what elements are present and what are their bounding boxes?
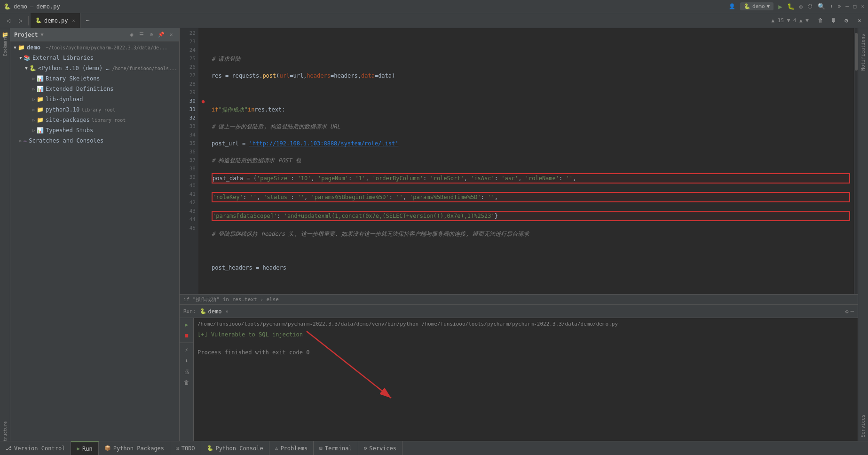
project-panel: Project ▼ ◉ ☰ ⚙ 📌 ✕ ▼ 📁 demo ~/tools/pyc… (10, 28, 180, 441)
debug-btn[interactable]: 🐛 (787, 3, 795, 10)
run-tab-close[interactable]: ✕ (225, 309, 228, 314)
py310-lib-icon: 📁 (37, 106, 44, 113)
toolbar-navigate-back[interactable]: ◁ (3, 15, 14, 26)
tab-close-btn[interactable]: ✕ (72, 18, 75, 23)
tree-arrow-scratches: ▷ (18, 138, 24, 144)
settings-gear-btn[interactable]: ⚙ (841, 15, 852, 26)
run-config-btn[interactable]: 🐍 demo ▼ (740, 2, 773, 10)
console-label: Python Console (216, 445, 263, 452)
window-btn-close[interactable]: ✕ (861, 3, 864, 9)
stop-btn[interactable]: ■ (182, 331, 191, 340)
run-tab-demo[interactable]: 🐍 demo ✕ (200, 308, 229, 315)
bottom-tab-services[interactable]: ⚙ Services (358, 441, 402, 455)
run-separator (180, 343, 193, 343)
toolbar-navigate-forward[interactable]: ▷ (15, 15, 26, 26)
tree-item-extended-defs[interactable]: ▷ 📊 Extended Definitions (10, 84, 179, 94)
panel-pin-btn[interactable]: 📌 (157, 31, 166, 39)
run-hide-btn[interactable]: ─ (851, 308, 854, 315)
window-btn-max[interactable]: □ (853, 3, 857, 9)
recent-files-btn[interactable]: ⋯ (82, 15, 94, 26)
run-blank-line (197, 339, 854, 348)
tree-item-site-packages[interactable]: ▷ 📁 site-packages library root (10, 115, 179, 125)
updates-btn[interactable]: ⬆ (830, 3, 833, 9)
panel-tools: ◉ ☰ ⚙ 📌 ✕ (127, 31, 175, 39)
run-filter-btn[interactable]: ⚡ (182, 345, 191, 355)
panel-locate-btn[interactable]: ◉ (127, 31, 136, 39)
bottom-tab-python-console[interactable]: 🐍 Python Console (201, 441, 269, 455)
run-exit-code: Process finished with exit code 0 (197, 348, 854, 357)
tree-arrow-ext-libs: ▼ (18, 55, 24, 61)
panel-options-btn[interactable]: ⚙ (147, 31, 156, 39)
gutter-icons: ● (198, 28, 208, 294)
editor-scrollbar[interactable] (854, 28, 858, 294)
run-tab-label: demo (208, 308, 222, 315)
toolbar-separator (28, 16, 29, 25)
tree-item-lib-dynload[interactable]: ▷ 📁 lib-dynload (10, 94, 179, 104)
panel-hide-btn[interactable]: ✕ (167, 31, 175, 39)
search-btn[interactable]: 🔍 (818, 3, 825, 10)
breadcrumb-text: if "操作成功" in res.text › else (183, 296, 279, 303)
run-tab-icon-bottom: ▶ (77, 446, 80, 452)
expand-all-btn[interactable]: ⤋ (828, 15, 839, 26)
scrollbar-thumb[interactable] (855, 33, 858, 71)
code-line-31: 'roleKey': '', 'status': '', 'params%5Bb… (212, 192, 850, 202)
run-print-btn[interactable]: 🖨 (182, 367, 191, 376)
py310-path-badge: /home/funsiooo/tools... (112, 66, 177, 71)
run-scroll-end-btn[interactable]: ⬇ (182, 356, 191, 366)
tree-item-external-libs[interactable]: ▼ 📚 External Libraries (10, 53, 179, 63)
problems-icon: ⚠ (275, 445, 278, 451)
tree-arrow-ext-defs: ▷ (31, 86, 37, 92)
bottom-tab-run[interactable]: ▶ Run (71, 441, 98, 455)
main-area: 📁 Bookmarks Structure Project ▼ ◉ ☰ ⚙ 📌 … (0, 28, 868, 441)
bottom-tab-problems[interactable]: ⚠ Problems (269, 441, 314, 455)
project-dropdown-arrow[interactable]: ▼ (41, 32, 44, 37)
bottom-tab-python-packages[interactable]: 📦 Python Packages (99, 441, 170, 455)
code-line-27: # 键上一步的登陆后, 构造登陆后的数据请求 URL (212, 122, 850, 131)
notifications-label[interactable]: Notifications (860, 30, 867, 74)
tree-item-python310[interactable]: ▼ 🐍 <Python 3.10 (demo) (2)> /home/funsi… (10, 63, 179, 73)
title-bar-right: 👤 🐍 demo ▼ ▶ 🐛 ◎ ⏱ 🔍 ⬆ ⚙ ─ □ ✕ (729, 2, 864, 10)
run-header-icon: Run: (183, 308, 196, 314)
services-label-right[interactable]: Services (860, 411, 867, 441)
tree-item-demo-root[interactable]: ▼ 📁 demo ~/tools/pycharm/pycharm-2022.3.… (10, 42, 179, 53)
tree-arrow-py310: ▼ (24, 65, 29, 71)
bottom-tab-bar: ⎇ Version Control ▶ Run 📦 Python Package… (0, 441, 868, 455)
panel-collapse-btn[interactable]: ☰ (137, 31, 146, 39)
code-line-36 (212, 280, 850, 289)
tree-arrow-demo: ▼ (12, 45, 18, 50)
structure-icon[interactable]: Structure (1, 429, 9, 437)
run-settings-btn[interactable]: ⚙ (845, 308, 849, 315)
tree-item-binary-skeletons[interactable]: ▷ 📊 Binary Skeletons (10, 73, 179, 84)
window-btn-min[interactable]: ─ (845, 3, 849, 9)
hide-panel-btn[interactable]: ✕ (854, 15, 865, 26)
project-panel-title: Project (14, 32, 38, 38)
code-line-33: # 登陆后继续保持 headers 头, 这一步很重要, 如果没有这一步就无法保… (212, 230, 850, 238)
tree-arrow-typeshed: ▷ (31, 128, 37, 133)
user-icon[interactable]: 👤 (729, 3, 735, 9)
run-clear-btn[interactable]: 🗑 (182, 378, 191, 387)
bottom-tab-version-control[interactable]: ⎇ Version Control (0, 441, 71, 455)
run-panel: Run: 🐍 demo ✕ ⚙ ─ ▶ ■ ⚡ (180, 304, 858, 441)
editor-tab-demo-py[interactable]: 🐍 demo.py ✕ (31, 13, 80, 28)
rerun-btn[interactable]: ▶ (182, 320, 191, 329)
tree-item-python310-lib[interactable]: ▷ 📁 python3.10 library root (10, 104, 179, 115)
profile-btn[interactable]: ⏱ (807, 3, 813, 10)
code-line-24: res = requests.post(url=url,headers=head… (212, 72, 850, 80)
run-btn[interactable]: ▶ (778, 3, 782, 10)
collapse-all-btn[interactable]: ⤊ (814, 15, 826, 26)
bookmarks-icon[interactable]: Bookmarks (1, 40, 9, 49)
bottom-tab-todo[interactable]: ☑ TODO (170, 441, 201, 455)
code-area[interactable]: # 请求登陆 res = requests.post(url=url,heade… (208, 28, 854, 294)
demo-folder-icon: 📁 (18, 44, 25, 51)
tree-item-scratches[interactable]: ▷ ✏️ Scratches and Consoles (10, 136, 179, 146)
bottom-tab-terminal[interactable]: ⊞ Terminal (314, 441, 358, 455)
run-body: ▶ ■ ⚡ ⬇ 🖨 🗑 /home/funsiooo/tools/pycharm… (180, 318, 858, 441)
breakpoint-icon-30[interactable]: ● (202, 98, 205, 104)
tree-item-typeshed[interactable]: ▷ 📊 Typeshed Stubs (10, 125, 179, 136)
coverage-btn[interactable]: ◎ (799, 3, 803, 10)
run-header-btns: ⚙ ─ (845, 308, 854, 315)
tree-arrow-py310-lib: ▷ (31, 107, 37, 112)
run-side-buttons: ▶ ■ ⚡ ⬇ 🖨 🗑 (180, 318, 194, 441)
settings-btn[interactable]: ⚙ (838, 3, 841, 9)
code-line-30: post_data = {'pageSize': '10', 'pageNum'… (212, 173, 850, 184)
